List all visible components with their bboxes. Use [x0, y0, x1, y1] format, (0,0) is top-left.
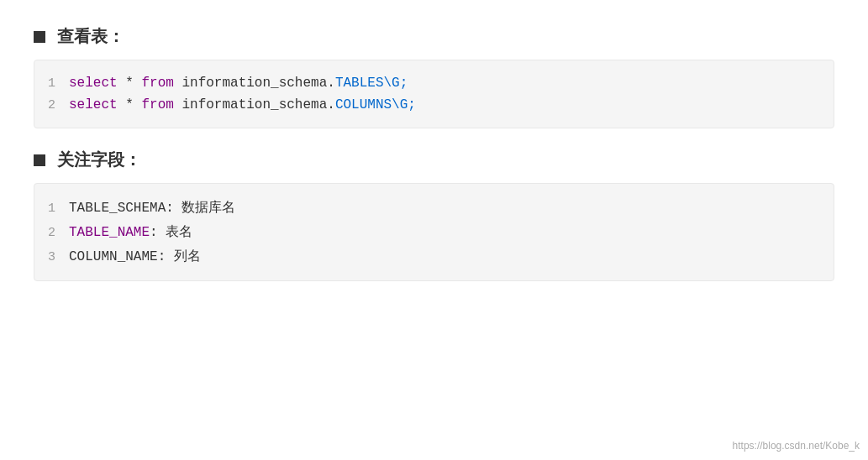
code-token: from [141, 97, 173, 112]
section-title-view-tables: 查看表： [34, 25, 834, 48]
code-token: TABLES\G; [335, 76, 408, 91]
code-token: select [69, 76, 118, 91]
code-line: 3COLUMN_NAME: 列名 [34, 244, 834, 269]
line-number: 2 [34, 226, 69, 240]
section-title-text: 查看表： [57, 25, 124, 48]
code-line: 2TABLE_NAME: 表名 [34, 220, 834, 244]
section-view-tables: 查看表：1select * from information_schema.TA… [34, 25, 834, 128]
code-token: information_schema. [174, 97, 335, 112]
code-block-view-tables: 1select * from information_schema.TABLES… [34, 60, 834, 128]
code-token: TABLE_SCHEMA [69, 201, 166, 216]
code-token: from [141, 76, 173, 91]
line-number: 1 [34, 201, 69, 216]
code-token: * [118, 76, 142, 91]
code-block-focus-fields: 1TABLE_SCHEMA: 数据库名2TABLE_NAME: 表名3COLUM… [34, 183, 834, 281]
code-token: * [118, 97, 142, 112]
line-number: 2 [34, 98, 69, 112]
code-token: : 数据库名 [166, 201, 235, 216]
section-focus-fields: 关注字段：1TABLE_SCHEMA: 数据库名2TABLE_NAME: 表名3… [34, 149, 834, 281]
code-token: TABLE_NAME [69, 225, 150, 240]
code-token: COLUMNS\G; [335, 97, 416, 112]
code-token: select [69, 97, 118, 112]
bullet-icon [34, 31, 45, 43]
line-content: TABLE_SCHEMA: 数据库名 [69, 199, 834, 217]
code-line: 2select * from information_schema.COLUMN… [34, 94, 834, 116]
code-token: COLUMN_NAME [69, 249, 158, 264]
line-content: select * from information_schema.TABLES\… [69, 76, 834, 91]
code-token: information_schema. [174, 76, 335, 91]
code-line: 1select * from information_schema.TABLES… [34, 72, 834, 94]
line-content: select * from information_schema.COLUMNS… [69, 97, 834, 112]
line-content: COLUMN_NAME: 列名 [69, 248, 834, 265]
code-token: : 表名 [150, 225, 192, 240]
code-line: 1TABLE_SCHEMA: 数据库名 [34, 196, 834, 220]
line-content: TABLE_NAME: 表名 [69, 223, 834, 241]
line-number: 3 [34, 250, 69, 264]
line-number: 1 [34, 76, 69, 91]
code-token: : 列名 [158, 249, 201, 264]
section-title-focus-fields: 关注字段： [34, 149, 834, 171]
watermark: https://blog.csdn.net/Kobe_k [733, 440, 860, 452]
section-title-text: 关注字段： [57, 149, 141, 171]
bullet-icon [34, 154, 45, 166]
